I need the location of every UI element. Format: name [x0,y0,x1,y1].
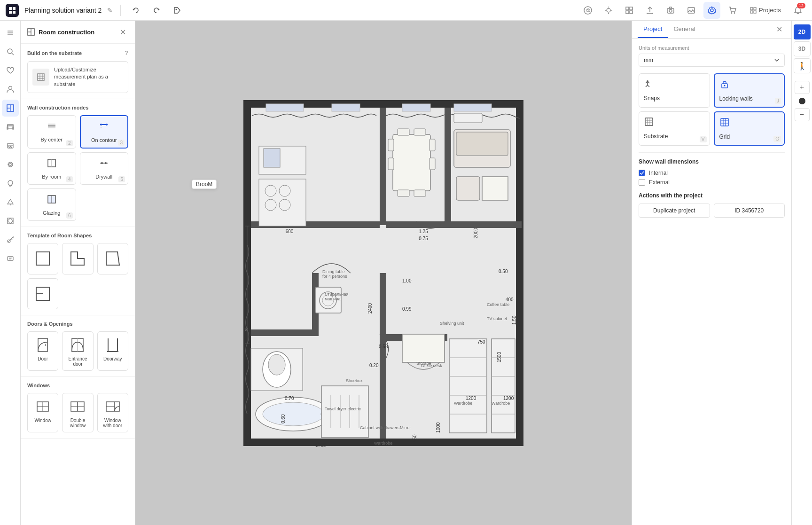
tool-grid[interactable]: Grid G [714,111,785,146]
sidebar-materials-button[interactable] [2,212,19,229]
sidebar-tools-button[interactable] [2,231,19,248]
shape-t-shape[interactable] [27,278,58,309]
svg-text:Wardrobe: Wardrobe [492,401,510,406]
mode-by-room[interactable]: By room 4 [27,152,76,185]
topbar: Planning solution variant 2 ✎ ① [0,0,812,21]
sidebar-heart-button[interactable] [2,62,19,79]
redo-button[interactable] [149,3,164,18]
zoom-in-button[interactable]: + [795,81,810,94]
image-button[interactable] [683,2,700,19]
window-button[interactable]: Window [27,393,58,432]
svg-rect-3 [13,11,16,14]
actions-title: Actions with the project [639,192,785,199]
internal-checkbox[interactable] [639,170,645,176]
edit-title-icon[interactable]: ✎ [107,7,113,14]
tool-snaps[interactable]: Snaps [639,73,710,108]
mode-drywall[interactable]: Drywall 5 [80,152,129,185]
tab-general[interactable]: General [668,21,701,38]
sidebar-menu-button[interactable] [2,24,19,41]
shapes-grid [27,243,128,309]
svg-rect-0 [9,7,12,10]
tool-locking-walls[interactable]: Locking walls J [714,73,785,108]
units-select[interactable]: mm [639,54,785,67]
svg-point-78 [45,344,47,345]
shape-diagonal[interactable] [97,243,128,274]
svg-rect-47 [8,218,13,224]
sidebar-search-button[interactable] [2,43,19,60]
upload-substrate-button[interactable]: Upload/Customize measurement plan as a s… [27,61,128,93]
svg-text:Dining table: Dining table [322,269,345,274]
svg-rect-122 [398,190,409,196]
projects-button[interactable]: Projects [745,2,786,19]
entrance-door-button[interactable]: Entrance door [62,331,93,371]
sidebar-user-button[interactable] [2,81,19,98]
svg-rect-96 [380,108,386,225]
external-checkbox[interactable] [639,179,645,186]
grid-button[interactable] [621,2,638,19]
svg-rect-15 [630,11,632,14]
tab-project[interactable]: Project [638,21,668,38]
svg-rect-104 [266,104,304,111]
mode-glazing[interactable]: Glazing 6 [27,188,76,221]
panel-header: Room construction ✕ [21,21,135,44]
double-window-button[interactable]: Double window [62,393,93,432]
undo-button[interactable] [128,3,143,18]
panel-close-button[interactable]: ✕ [117,26,128,38]
sidebar-decor-button[interactable] [2,156,19,173]
divider [120,5,121,16]
svg-text:1.50: 1.50 [512,315,517,325]
glazing-shortcut: 6 [66,212,73,219]
sidebar-kitchen-button[interactable] [2,137,19,154]
shape-l-shape[interactable] [62,243,93,274]
svg-point-22 [734,12,735,14]
sidebar-rooms-button[interactable] [2,100,19,117]
svg-text:TV cabinet: TV cabinet [487,316,508,321]
sidebar-label-button[interactable] [2,250,19,267]
svg-point-18 [669,9,672,12]
drywall-shortcut: 5 [118,176,125,182]
doorway-button[interactable]: Doorway [97,331,128,371]
room-shapes-section: Template of Room Shapes [21,227,135,315]
door-button[interactable]: Door [27,331,58,371]
view-walk-button[interactable]: 🚶 [794,58,811,73]
mode-on-contour[interactable]: On contour 3 [80,115,129,149]
svg-rect-199 [645,118,653,125]
tag-button[interactable] [170,3,185,18]
substrate-help-icon[interactable]: ? [125,49,128,56]
svg-rect-148 [402,334,445,362]
sidebar-lighting-button[interactable] [2,175,19,192]
project-id-button[interactable]: ID 3456720 [714,204,785,218]
duplicate-project-button[interactable]: Duplicate project [639,204,710,218]
door-label: Door [38,356,48,361]
notifications-button[interactable]: 12 [789,2,806,19]
room-shapes-title: Template of Room Shapes [27,233,92,238]
canvas-area[interactable]: 600 2400 1.25 0.75 1.00 2000 0.50 400 1.… [135,21,632,525]
sun-button[interactable] [600,2,617,19]
sidebar-furniture-button[interactable] [2,118,19,135]
windows-title: Windows [27,383,50,388]
svg-rect-23 [750,8,753,10]
camera-button[interactable] [662,2,679,19]
help-button[interactable]: ① [579,2,596,19]
svg-text:Towel dryer electric: Towel dryer electric [325,407,361,411]
svg-text:400: 400 [506,297,514,302]
zoom-out-button[interactable]: − [795,108,810,121]
tool-substrate[interactable]: Substrate V [639,111,710,146]
settings-button[interactable] [703,2,720,19]
cart-button[interactable] [724,2,741,19]
right-panel-close-button[interactable]: ✕ [773,23,786,36]
view-2d-button[interactable]: 2D [794,24,811,39]
internal-checkbox-row: Internal [639,170,785,176]
svg-rect-101 [251,329,312,336]
svg-text:Office desk: Office desk [421,363,442,368]
window-with-door-button[interactable]: Window with door [97,393,128,432]
mode-by-center[interactable]: By center 2 [27,115,76,149]
by-center-icon [46,120,57,134]
view-3d-button[interactable]: 3D [794,41,811,56]
shape-square[interactable] [27,243,58,274]
tools-grid: Snaps Locking walls J Substrate V [639,73,785,146]
upload-button[interactable] [641,2,658,19]
by-room-shortcut: 4 [66,176,73,182]
divider-1 [639,152,785,153]
sidebar-outdoor-button[interactable] [2,194,19,211]
